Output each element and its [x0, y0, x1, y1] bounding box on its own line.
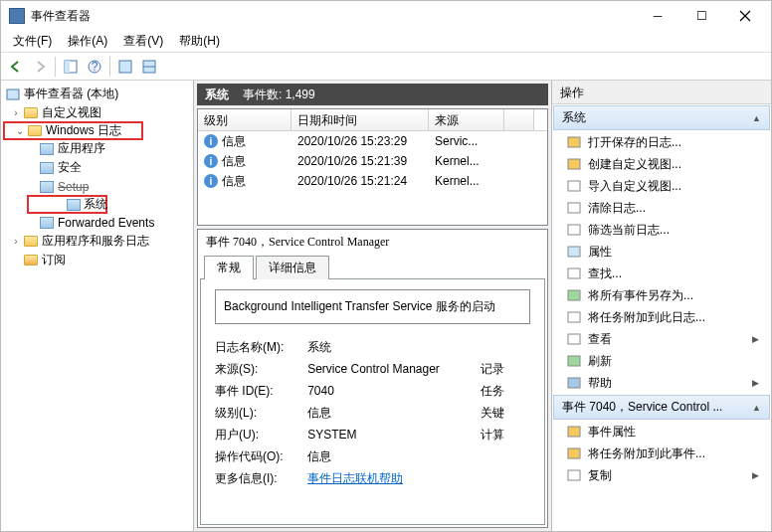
- svg-rect-24: [568, 470, 580, 480]
- action-icon: [566, 331, 582, 347]
- property-row: 事件 ID(E):7040任务: [215, 380, 530, 402]
- back-button[interactable]: [5, 56, 27, 78]
- actions-title: 操作: [552, 81, 771, 104]
- tree-app-services[interactable]: ›应用程序和服务日志: [1, 232, 193, 251]
- event-message: Background Intelligent Transfer Service …: [215, 289, 530, 324]
- svg-rect-22: [568, 427, 580, 437]
- app-icon: [9, 8, 25, 24]
- tab-details[interactable]: 详细信息: [256, 256, 329, 279]
- menu-action[interactable]: 操作(A): [60, 31, 115, 52]
- online-help-link[interactable]: 事件日志联机帮助: [307, 471, 403, 485]
- action-icon: [566, 178, 582, 194]
- close-button[interactable]: [727, 4, 763, 28]
- tree-security[interactable]: 安全: [1, 158, 193, 177]
- table-row[interactable]: i信息2020/10/26 15:23:29Servic...: [198, 131, 547, 151]
- action-item[interactable]: 导入自定义视图...: [552, 175, 771, 197]
- tree-root[interactable]: 事件查看器 (本地): [1, 85, 193, 103]
- svg-rect-12: [568, 181, 580, 191]
- tree-windows-logs[interactable]: ⌄Windows 日志: [3, 121, 143, 140]
- actions-section-system[interactable]: 系统▲: [553, 105, 770, 130]
- action-item[interactable]: 将任务附加到此日志...: [552, 306, 771, 328]
- svg-rect-14: [568, 225, 580, 235]
- event-grid[interactable]: 级别 日期和时间 来源 i信息2020/10/26 15:23:29Servic…: [197, 108, 548, 226]
- svg-rect-16: [568, 268, 580, 278]
- action-icon: [566, 309, 582, 325]
- tree-panel: 事件查看器 (本地) ›自定义视图 ⌄Windows 日志 应用程序 安全 Se…: [1, 81, 194, 531]
- maximize-button[interactable]: ☐: [683, 4, 719, 28]
- action-icon: [566, 266, 582, 281]
- action-item[interactable]: 复制▶: [552, 464, 771, 486]
- menu-help[interactable]: 帮助(H): [171, 31, 228, 52]
- menu-file[interactable]: 文件(F): [5, 31, 60, 52]
- action-item[interactable]: 将所有事件另存为...: [552, 284, 771, 306]
- table-row[interactable]: i信息2020/10/26 15:21:39Kernel...: [198, 151, 547, 171]
- info-icon: i: [204, 174, 218, 188]
- svg-rect-10: [568, 137, 580, 147]
- action-item[interactable]: 筛选当前日志...: [552, 219, 771, 241]
- action-item[interactable]: 创建自定义视图...: [552, 153, 771, 175]
- minimize-button[interactable]: ─: [640, 4, 676, 28]
- toolbar: ?: [1, 53, 771, 81]
- help-button[interactable]: ?: [84, 56, 105, 78]
- actions-section-event[interactable]: 事件 7040，Service Control ...▲: [553, 395, 770, 420]
- action-item[interactable]: 清除日志...: [552, 197, 771, 219]
- svg-rect-23: [568, 448, 580, 458]
- action-item[interactable]: 事件属性: [552, 421, 771, 443]
- svg-rect-19: [568, 334, 580, 344]
- tree-subscriptions[interactable]: 订阅: [1, 251, 193, 269]
- action-item[interactable]: 查找...: [552, 263, 771, 284]
- tree-custom-views[interactable]: ›自定义视图: [1, 103, 193, 122]
- property-row: 日志名称(M):系统: [215, 336, 530, 358]
- property-row: 来源(S):Service Control Manager记录: [215, 358, 530, 380]
- action-item[interactable]: 查看▶: [552, 328, 771, 350]
- panel1-button[interactable]: [114, 56, 136, 78]
- action-icon: [566, 222, 582, 238]
- svg-rect-15: [568, 247, 580, 257]
- col-extra[interactable]: [504, 109, 534, 130]
- action-icon: [566, 244, 582, 260]
- property-row: 操作代码(O):信息: [215, 445, 530, 467]
- property-row: 级别(L):信息关键: [215, 402, 530, 424]
- action-icon: [566, 134, 582, 150]
- table-row[interactable]: i信息2020/10/26 15:21:24Kernel...: [198, 171, 547, 191]
- tree-system[interactable]: 系统: [27, 195, 107, 214]
- panel2-button[interactable]: [138, 56, 160, 78]
- property-row: 更多信息(I):事件日志联机帮助: [215, 467, 530, 489]
- action-icon: [566, 200, 582, 216]
- tree-forwarded[interactable]: Forwarded Events: [1, 213, 193, 232]
- action-icon: [566, 375, 582, 391]
- action-icon: [566, 467, 582, 483]
- forward-button[interactable]: [29, 56, 51, 78]
- tab-general[interactable]: 常规: [204, 256, 254, 279]
- svg-rect-9: [7, 89, 19, 99]
- col-source[interactable]: 来源: [429, 109, 504, 130]
- action-item[interactable]: 属性: [552, 241, 771, 263]
- event-count: 1,499: [286, 88, 315, 101]
- property-row: 用户(U):SYSTEM计算: [215, 424, 530, 445]
- action-item[interactable]: 帮助▶: [552, 372, 771, 394]
- svg-text:?: ?: [92, 60, 98, 74]
- action-item[interactable]: 刷新: [552, 350, 771, 372]
- action-icon: [566, 353, 582, 369]
- action-icon: [566, 445, 582, 461]
- action-item[interactable]: 打开保存的日志...: [552, 131, 771, 153]
- action-icon: [566, 156, 582, 172]
- col-datetime[interactable]: 日期和时间: [291, 109, 429, 130]
- action-item[interactable]: 将任务附加到此事件...: [552, 443, 771, 464]
- svg-rect-3: [65, 61, 70, 73]
- svg-rect-17: [568, 290, 580, 300]
- tree-application[interactable]: 应用程序: [1, 139, 193, 158]
- actions-panel: 操作 系统▲ 打开保存的日志...创建自定义视图...导入自定义视图...清除日…: [551, 81, 771, 531]
- menubar: 文件(F) 操作(A) 查看(V) 帮助(H): [1, 31, 771, 53]
- titlebar: 事件查看器 ─ ☐: [1, 1, 771, 31]
- tree-setup[interactable]: Setup: [1, 177, 193, 196]
- svg-rect-6: [119, 61, 131, 73]
- col-level[interactable]: 级别: [198, 109, 291, 130]
- window-title: 事件查看器: [31, 8, 640, 25]
- show-tree-button[interactable]: [60, 56, 82, 78]
- log-name: 系统: [205, 87, 229, 103]
- svg-rect-18: [568, 312, 580, 322]
- detail-panel: 事件 7040，Service Control Manager 常规 详细信息 …: [197, 229, 548, 528]
- menu-view[interactable]: 查看(V): [115, 31, 171, 52]
- info-icon: i: [204, 134, 218, 148]
